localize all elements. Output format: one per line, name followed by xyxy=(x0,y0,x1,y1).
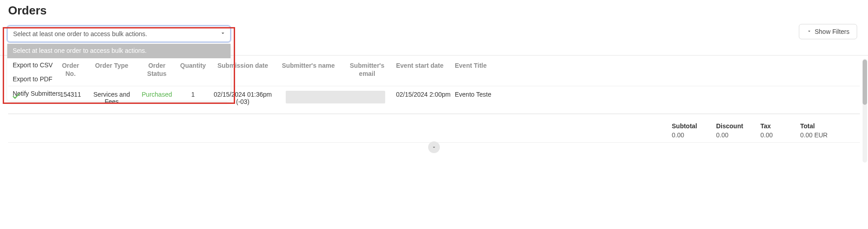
row-check-cell xyxy=(8,91,24,102)
subtotal-value: 0.00 xyxy=(672,131,712,139)
cell-order-type: Services and Fees xyxy=(87,91,137,105)
orders-table: Order No. Order Type Order Status Quanti… xyxy=(8,56,860,114)
col-order-status: Order Status xyxy=(137,62,177,78)
cell-event-start-date: 02/15/2024 2:00pm xyxy=(394,91,453,98)
expand-row-button[interactable] xyxy=(428,141,440,153)
cell-order-no: 154311 xyxy=(54,91,87,98)
cell-submission-date: 02/15/2024 01:36pm (-03) xyxy=(209,91,277,105)
col-event-title: Event Title xyxy=(453,62,860,70)
col-submitter-email: Submitter's email xyxy=(340,62,394,78)
col-quantity: Quantity xyxy=(177,62,209,70)
col-order-no: Order No. xyxy=(54,62,87,78)
discount-value: 0.00 xyxy=(716,131,757,139)
totals-grid: Subtotal Discount Tax Total 0.00 0.00 0.… xyxy=(672,122,845,139)
cell-event-title: Evento Teste xyxy=(453,91,860,98)
cell-submitter-name xyxy=(277,91,394,103)
cell-submission-date-line1: 02/15/2024 01:36pm xyxy=(214,91,272,98)
table-row[interactable]: 154311 Services and Fees Purchased 1 02/… xyxy=(8,86,860,114)
chevron-down-icon xyxy=(431,145,437,150)
page-title: Orders xyxy=(0,0,868,22)
show-filters-button[interactable]: Show Filters xyxy=(799,24,857,39)
bulk-action-select-wrap: Select at least one order to access bulk… xyxy=(7,26,231,42)
table-header-row: Order No. Order Type Order Status Quanti… xyxy=(8,56,860,86)
chevron-down-icon xyxy=(807,28,812,35)
col-submitter-name: Submitter's name xyxy=(277,62,340,70)
scrollbar-thumb[interactable] xyxy=(863,60,867,105)
cell-submission-date-line2: (-03) xyxy=(236,98,250,105)
chevron-down-icon xyxy=(220,30,226,38)
col-submission-date: Submission date xyxy=(209,62,277,70)
tax-value: 0.00 xyxy=(760,131,797,139)
checkmark-icon xyxy=(11,91,21,101)
total-value: 0.00 EUR xyxy=(800,131,845,139)
show-filters-label: Show Filters xyxy=(815,28,849,35)
subtotal-label: Subtotal xyxy=(672,122,712,130)
total-label: Total xyxy=(800,122,845,130)
col-order-type: Order Type xyxy=(87,62,137,70)
discount-label: Discount xyxy=(716,122,757,130)
col-event-start-date: Event start date xyxy=(394,62,453,70)
cell-order-status: Purchased xyxy=(137,91,177,98)
cell-quantity: 1 xyxy=(177,91,209,98)
bulk-action-select-value: Select at least one order to access bulk… xyxy=(13,30,147,37)
totals-footer: Subtotal Discount Tax Total 0.00 0.00 0.… xyxy=(8,114,860,143)
tax-label: Tax xyxy=(760,122,797,130)
bulk-action-select[interactable]: Select at least one order to access bulk… xyxy=(7,26,231,42)
toolbar: Select at least one order to access bulk… xyxy=(0,22,868,56)
redacted-mask xyxy=(286,91,385,103)
